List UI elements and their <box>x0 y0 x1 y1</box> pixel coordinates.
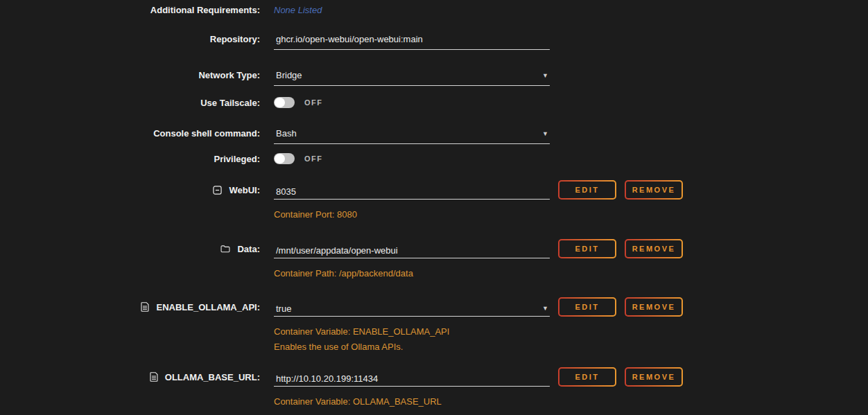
additional-requirements-value: None Listed <box>274 5 322 15</box>
toggle-knob <box>275 154 285 164</box>
privileged-state: OFF <box>304 154 323 163</box>
webui-remove-button[interactable]: REMOVE <box>625 180 683 200</box>
console-shell-command-selected-value: Bash <box>276 128 297 139</box>
webui-port-input[interactable] <box>274 182 550 197</box>
file-icon <box>150 372 158 382</box>
enable-ollama-api-variable-helper: Container Variable: ENABLE_OLLAMA_API <box>274 326 683 337</box>
privileged-toggle[interactable] <box>274 153 295 164</box>
privileged-label: Privileged: <box>0 154 260 164</box>
row-repository: Repository: <box>0 34 868 50</box>
row-network-type: Network Type: Bridge ▼ <box>0 70 868 86</box>
webui-label: WebUI: <box>229 185 260 195</box>
toggle-knob <box>275 98 285 107</box>
network-type-label: Network Type: <box>0 70 260 80</box>
enable-ollama-api-description-helper: Enables the use of Ollama APIs. <box>274 342 683 353</box>
row-privileged: Privileged: OFF <box>0 153 868 164</box>
chevron-down-icon: ▼ <box>542 305 548 312</box>
row-webui-port: WebUI: EDIT REMOVE Container Port: 8080 <box>0 180 868 220</box>
row-data-path: Data: EDIT REMOVE Container Path: /app/b… <box>0 239 868 279</box>
ollama-base-url-remove-button[interactable]: REMOVE <box>625 367 683 387</box>
use-tailscale-state: OFF <box>304 98 323 107</box>
row-console-shell-command: Console shell command: Bash ▼ <box>0 128 868 144</box>
data-remove-button[interactable]: REMOVE <box>625 239 683 258</box>
use-tailscale-label: Use Tailscale: <box>0 98 260 108</box>
folder-icon <box>220 245 230 253</box>
use-tailscale-toggle[interactable] <box>274 97 295 108</box>
repository-input[interactable] <box>274 34 550 50</box>
ollama-base-url-edit-button[interactable]: EDIT <box>558 367 616 387</box>
port-minus-icon <box>213 186 222 195</box>
container-settings-form: Additional Requirements: None Listed Rep… <box>0 0 868 407</box>
webui-edit-button[interactable]: EDIT <box>558 180 616 200</box>
row-additional-requirements: Additional Requirements: None Listed <box>0 5 868 15</box>
console-shell-command-select[interactable]: Bash ▼ <box>274 128 550 144</box>
enable-ollama-api-select[interactable]: true ▼ <box>274 299 550 314</box>
ollama-base-url-input[interactable] <box>274 369 550 384</box>
chevron-down-icon: ▼ <box>542 129 548 139</box>
data-path-input[interactable] <box>274 241 550 256</box>
enable-ollama-api-edit-button[interactable]: EDIT <box>558 297 616 317</box>
row-use-tailscale: Use Tailscale: OFF <box>0 97 868 108</box>
enable-ollama-api-remove-button[interactable]: REMOVE <box>625 297 683 317</box>
ollama-base-url-variable-helper: Container Variable: OLLAMA_BASE_URL <box>274 396 683 407</box>
network-type-select[interactable]: Bridge ▼ <box>274 70 550 86</box>
repository-label: Repository: <box>0 34 260 44</box>
enable-ollama-api-selected-value: true <box>276 303 291 314</box>
console-shell-command-label: Console shell command: <box>0 128 260 139</box>
file-icon <box>141 302 149 312</box>
additional-requirements-label: Additional Requirements: <box>0 5 260 15</box>
webui-container-port-helper: Container Port: 8080 <box>274 209 683 220</box>
data-container-path-helper: Container Path: /app/backend/data <box>274 268 683 279</box>
data-label: Data: <box>237 244 260 254</box>
data-edit-button[interactable]: EDIT <box>558 239 616 258</box>
network-type-selected-value: Bridge <box>276 70 302 80</box>
chevron-down-icon: ▼ <box>542 71 548 81</box>
enable-ollama-api-label: ENABLE_OLLAMA_API: <box>156 302 260 312</box>
ollama-base-url-label: OLLAMA_BASE_URL: <box>165 372 260 382</box>
row-enable-ollama-api: ENABLE_OLLAMA_API: true ▼ EDIT REMOVE Co… <box>0 297 868 353</box>
row-ollama-base-url: OLLAMA_BASE_URL: EDIT REMOVE Container V… <box>0 367 868 407</box>
